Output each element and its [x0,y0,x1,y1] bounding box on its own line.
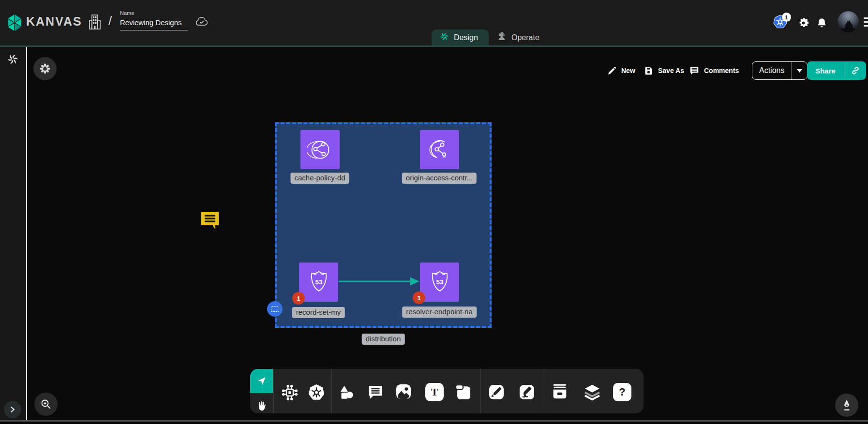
canvas-settings-button[interactable] [33,57,57,80]
new-button[interactable]: New [607,62,635,79]
node-resolver-badge: 1 [413,292,425,304]
share-split-button[interactable]: Share [807,61,866,80]
sidebar-app-spiral-icon[interactable] [6,53,19,68]
shapes-tool[interactable] [336,382,357,403]
origin-access-globe-icon [427,137,453,163]
actions-dropdown-toggle[interactable] [792,62,807,79]
pen-tool[interactable] [486,382,507,402]
cloud-sync-icon[interactable] [195,15,209,29]
share-button-label[interactable]: Share [807,61,844,80]
toolbar-separator [480,369,481,413]
window-bottom-gap [0,422,868,424]
sticky-note-icon [454,383,472,401]
logo-wordmark: KANVAS [26,15,82,29]
text-tool[interactable]: T [424,382,445,402]
pencil-scribble-icon [518,383,536,401]
hand-icon [255,400,268,412]
toolbar-separator [543,369,543,413]
group-collapse-handle[interactable] [267,301,283,317]
organization-icon[interactable] [89,14,101,32]
tab-operate-label: Operate [511,33,539,42]
actions-button-label[interactable]: Actions [752,62,791,79]
shapes-icon [338,384,355,401]
freehand-draw-tool[interactable] [517,382,537,402]
speech-bubble-icon [367,383,384,401]
settings-gear-icon[interactable] [797,16,810,31]
node-cache-policy[interactable] [300,130,340,169]
group-label: distribution [362,334,405,345]
tab-design-label: Design [454,33,478,42]
header-accent-line [0,45,868,47]
dock-toolbar: T [250,369,644,413]
comments-button[interactable]: Comments [689,62,739,79]
kubernetes-tool[interactable] [306,382,327,403]
help-tool[interactable]: ? [612,382,632,402]
node-label-record-set: record-set-my [292,307,345,318]
k8s-context-count-badge: 1 [782,13,791,22]
profile-menu-icon[interactable] [864,16,868,29]
text-tool-glyph: T [431,386,438,398]
photo-icon [394,382,413,401]
route53-number: 53 [315,278,323,285]
tab-design[interactable]: Design [432,29,489,45]
actions-split-button[interactable]: Actions [752,61,808,80]
comments-bubble-icon [689,65,700,76]
tab-operate[interactable]: Operate [489,29,547,45]
design-spiral-icon [439,31,449,44]
magnifier-plus-icon [40,398,52,410]
save-as-button-label: Save As [658,67,684,74]
yellow-comment-icon [199,209,221,232]
arrowhead-icon [410,278,419,286]
copy-link-button[interactable] [844,61,866,80]
kanvas-logo-icon[interactable] [6,13,23,32]
archive-drawer-icon [550,382,569,401]
breadcrumb-separator: / [108,14,112,29]
header: KANVAS / Name [0,0,868,45]
fountain-nib-icon [841,399,853,411]
node-resolver-endpoint[interactable]: 53 [420,263,459,302]
help-tool-glyph: ? [619,386,625,398]
route53-shield-icon: 53 [427,269,452,295]
node-label-resolver-endpoint: resolver-endpoint-na [402,307,477,318]
node-record-set[interactable]: 53 [299,263,338,302]
comments-button-label: Comments [704,67,739,74]
design-name-input[interactable] [120,18,188,27]
new-button-label: New [621,67,635,74]
save-as-button[interactable]: Save As [644,62,684,79]
caret-down-icon [797,69,802,73]
expand-sidebar-button[interactable] [4,401,21,418]
cloudfront-globe-icon [307,137,333,163]
node-label-origin-access: origin-access-contr... [402,173,477,184]
operate-person-icon [496,31,507,44]
signature-pen-button[interactable] [835,394,858,417]
toolbar-separator [273,369,274,413]
layers-tool[interactable] [582,382,602,402]
chip-circuit-icon [281,383,299,402]
note-tool[interactable] [453,382,473,402]
route53-number: 53 [436,278,444,285]
node-label-cache-policy: cache-policy-dd [290,173,349,184]
infrastructure-tool[interactable] [280,382,300,403]
left-sidebar [0,47,26,420]
zoom-button[interactable] [34,393,58,416]
link-icon [851,66,860,75]
pencil-icon [607,66,617,76]
canvas-comment-pin[interactable] [199,209,221,234]
drawer-tool[interactable] [550,381,570,402]
toolbar-separator [331,369,332,413]
route53-shield-icon: 53 [306,269,331,295]
select-tool[interactable] [250,369,273,393]
kubernetes-wheel-icon [307,383,326,402]
sidebar-divider [26,47,27,420]
cursor-arrow-icon [256,376,267,386]
user-avatar[interactable] [838,11,859,32]
comment-tool[interactable] [365,382,386,402]
edge-record-to-resolver[interactable] [339,276,420,289]
notifications-bell-icon[interactable] [816,17,828,31]
image-tool[interactable] [393,381,414,402]
node-origin-access-control[interactable] [420,130,459,169]
pan-tool[interactable] [252,396,272,416]
design-name-field: Name [120,10,188,30]
design-name-label: Name [120,10,188,16]
app-window: KANVAS / Name [0,0,868,424]
